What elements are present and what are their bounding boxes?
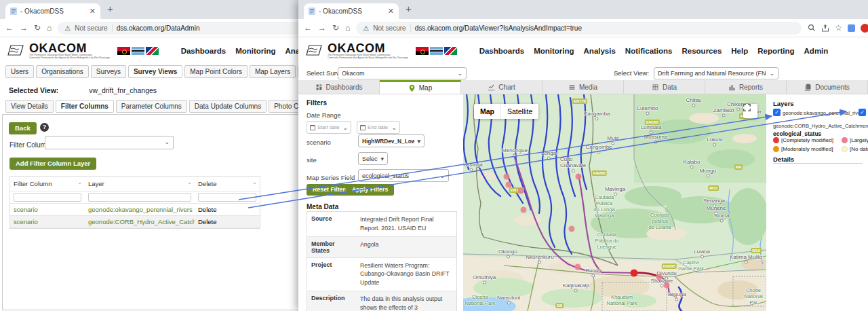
admin-tab-survey-views[interactable]: Survey Views: [128, 65, 182, 78]
map-series-field-dropdown[interactable]: ecological_status ⌄: [358, 169, 449, 182]
sort-caret-icon[interactable]: ⌄: [77, 179, 82, 185]
browser-tab[interactable]: - OkacomDSS ✕: [304, 3, 399, 19]
select-view-dropdown[interactable]: Drift Farming and Natural Resource (FNR)…: [654, 67, 778, 79]
reload-icon[interactable]: ↻: [332, 24, 339, 32]
nav-item-dashboards[interactable]: Dashboards: [479, 47, 524, 55]
column-header-layer[interactable]: Layer⌄: [85, 177, 195, 191]
nav-item-monitoring[interactable]: Monitoring: [235, 47, 275, 55]
column-header-label: Delete: [198, 180, 216, 187]
map-button[interactable]: Map: [474, 104, 501, 119]
view-tab-view-details[interactable]: View Details: [5, 100, 54, 113]
back-button[interactable]: Back: [9, 122, 37, 134]
column-header-delete[interactable]: Delete⌄: [195, 177, 260, 191]
column-filter-input[interactable]: [14, 193, 81, 202]
address-bar[interactable]: ⚠ Not secure dss.okacom.org/DataViewer?I…: [356, 22, 802, 35]
start-date-input[interactable]: Start date ⌄: [307, 121, 351, 134]
fullscreen-button[interactable]: [743, 104, 757, 118]
forward-icon[interactable]: →: [318, 24, 326, 32]
profile-avatar[interactable]: [861, 24, 868, 33]
forward-icon[interactable]: →: [20, 24, 28, 32]
view-tab-data-update-columns[interactable]: Data Update Columns: [189, 100, 267, 113]
browser-tab[interactable]: - OkacomDSS ✕: [5, 3, 100, 19]
viewer-tab-bar: DashboardsMapChartMediaDataReportsDocume…: [298, 80, 868, 94]
filter-column-select[interactable]: ⌄: [45, 136, 174, 149]
status-marker-pink[interactable]: [518, 188, 524, 194]
close-tab-icon[interactable]: ✕: [90, 7, 96, 15]
legend-item: [Largely modified]: [842, 137, 868, 143]
admin-tab-organisations[interactable]: Organisations: [36, 65, 89, 78]
select-survey-dropdown[interactable]: Okacom ⌄: [338, 67, 467, 79]
status-marker-pink[interactable]: [576, 174, 582, 180]
chevron-down-icon: ▾: [380, 156, 384, 162]
column-header-filter-column[interactable]: Filter Column⌄: [10, 177, 85, 191]
nav-item-resources[interactable]: Resources: [682, 47, 722, 55]
admin-tab-users[interactable]: Users: [5, 65, 34, 78]
column-filter-input[interactable]: [198, 193, 256, 202]
cell-layer-link[interactable]: geonode:okavango_perennial_rivers: [85, 204, 195, 215]
brand-name: OKACOM: [328, 42, 408, 54]
status-marker-pink[interactable]: [656, 274, 663, 280]
nav-item-notifications[interactable]: Notifications: [625, 47, 673, 55]
delete-link[interactable]: Delete: [195, 204, 260, 215]
security-label: Not secure: [75, 24, 107, 32]
home-icon[interactable]: ⌂: [47, 24, 52, 32]
extension-icon[interactable]: [848, 24, 855, 32]
tab-label: Data: [663, 84, 677, 91]
status-marker-pink[interactable]: [569, 226, 575, 232]
admin-tab-surveys[interactable]: Surveys: [91, 65, 126, 78]
zoom-icon[interactable]: [808, 24, 816, 32]
nav-item-analysis[interactable]: Analysis: [584, 47, 616, 55]
tab-reports[interactable]: Reports: [705, 80, 787, 94]
reload-icon[interactable]: ↻: [34, 24, 41, 32]
end-date-input[interactable]: End date ⌄: [357, 121, 400, 134]
tab-dashboards[interactable]: Dashboards: [298, 80, 380, 94]
home-icon[interactable]: ⌂: [345, 24, 350, 32]
status-marker-pink[interactable]: [506, 182, 512, 188]
tab-chart[interactable]: Chart: [461, 80, 542, 94]
new-tab-button[interactable]: +: [107, 3, 113, 14]
apply-filters-button[interactable]: Apply Filters: [346, 184, 394, 196]
sort-caret-icon[interactable]: ⌄: [252, 179, 257, 185]
help-icon[interactable]: ?: [40, 123, 49, 132]
status-marker-pink[interactable]: [504, 174, 510, 180]
back-icon[interactable]: ←: [5, 24, 14, 32]
new-tab-button[interactable]: +: [406, 3, 412, 14]
layer-checkbox-corb-hydro-active-catchments[interactable]: ✓: [859, 109, 866, 116]
sort-caret-icon[interactable]: ⌄: [187, 179, 192, 185]
view-tab-filter-columns[interactable]: Filter Columns: [56, 100, 114, 113]
share-icon[interactable]: [821, 24, 829, 32]
nav-item-help[interactable]: Help: [731, 47, 748, 55]
address-bar[interactable]: ⚠ Not secure dss.okacom.org/DataAdmin: [58, 22, 307, 35]
admin-tab-map-point-colors[interactable]: Map Point Colors: [184, 65, 248, 78]
bookmark-star-icon[interactable]: ☆: [835, 24, 842, 32]
cell-layer-link[interactable]: geonode:CORB_Hydro_Active_Catchments: [85, 216, 195, 227]
nav-item-monitoring[interactable]: Monitoring: [534, 47, 574, 55]
back-icon[interactable]: ←: [304, 24, 312, 32]
view-tab-parameter-columns[interactable]: Parameter Columns: [116, 100, 187, 113]
status-marker-red[interactable]: [631, 270, 638, 277]
status-marker-pink[interactable]: [664, 282, 670, 289]
map-view[interactable]: CangambaLutemboChitauZambeziChikengeKabo…: [463, 94, 766, 311]
nav-item-dashboards[interactable]: Dashboards: [181, 47, 226, 55]
tab-documents[interactable]: Documents: [787, 80, 868, 94]
nav-item-admin[interactable]: Admin: [804, 47, 829, 55]
tab-map[interactable]: Map: [380, 80, 461, 94]
add-filter-column-layer-button[interactable]: Add Filter Column Layer: [9, 158, 96, 170]
tab-media[interactable]: Media: [542, 80, 624, 94]
status-marker-pink[interactable]: [575, 264, 581, 270]
column-filter-input[interactable]: [88, 193, 191, 202]
satellite-button[interactable]: Satellite: [501, 104, 538, 119]
delete-link[interactable]: Delete: [195, 216, 260, 227]
member-flags: [117, 47, 159, 55]
site-dropdown[interactable]: Select... ▾: [358, 152, 388, 165]
scenario-dropdown[interactable]: HighWRDev_N_LowMan ▾: [358, 134, 425, 147]
meta-row-source: SourceIntegrated Drift Report Final Repo…: [307, 212, 456, 237]
chevron-down-icon: ⌄: [164, 139, 170, 145]
nav-item-reporting[interactable]: Reporting: [757, 47, 794, 55]
admin-tab-map-layers[interactable]: Map Layers: [250, 65, 296, 78]
status-marker-pink[interactable]: [521, 207, 527, 213]
close-tab-icon[interactable]: ✕: [388, 7, 394, 15]
tab-data[interactable]: Data: [624, 80, 705, 94]
chevron-down-icon: ▾: [417, 138, 420, 145]
layer-checkbox-okavango-perennial-rivers[interactable]: ✓: [773, 109, 781, 116]
